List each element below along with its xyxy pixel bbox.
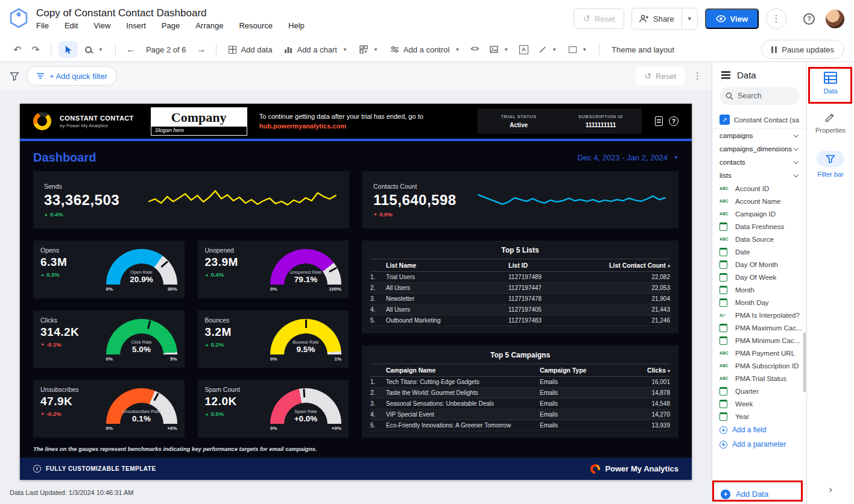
field-row[interactable]: Campaign ID — [712, 207, 806, 220]
trial-link[interactable]: hub.powermyanalytics.com — [259, 122, 346, 130]
data-tab-icon — [824, 72, 837, 84]
tab-filter-bar[interactable]: Filter bar — [817, 151, 844, 178]
field-row[interactable]: Date — [712, 245, 806, 258]
add-control-button[interactable]: Add a control▼ — [385, 40, 465, 58]
gauge-card[interactable]: Spam Count 12.0K 0.5% — [198, 380, 349, 438]
field-type-icon — [720, 387, 732, 395]
field-row[interactable]: PMA Is Interpolated? — [712, 309, 806, 321]
search-box[interactable] — [720, 87, 799, 105]
field-type-icon — [720, 237, 732, 241]
menu-item[interactable]: Edit — [65, 21, 78, 30]
menu-item[interactable]: File — [36, 21, 49, 30]
field-row[interactable]: PMA Minimum Cac... — [712, 334, 806, 347]
field-row[interactable]: PMA Subscription ID — [712, 359, 806, 372]
field-row[interactable]: PMA Maximum Cac... — [712, 321, 806, 334]
select-tool[interactable] — [59, 41, 78, 58]
field-group-row[interactable]: campaigns — [712, 129, 806, 142]
top-lists-table[interactable]: Top 5 Lists List Name List ID List Conta… — [362, 241, 678, 333]
field-type-icon — [720, 222, 732, 231]
field-row[interactable]: Account ID — [712, 182, 806, 195]
field-group-row[interactable]: contacts — [712, 156, 806, 169]
add-quick-filter-button[interactable]: + Add quick filter — [27, 66, 117, 86]
edit-toolbar: ↶ ↷ ▼ ← Page 2 of 6 → Add data Add a cha… — [0, 37, 854, 62]
community-visualizations-button[interactable]: ▼ — [355, 40, 383, 58]
field-row[interactable]: Day Of Month — [712, 258, 806, 271]
help-icon[interactable]: ? — [803, 13, 815, 25]
field-row[interactable]: Month Day — [712, 296, 806, 309]
field-group-row[interactable]: lists — [712, 169, 806, 182]
field-row[interactable]: Quarter — [712, 385, 806, 397]
reset-button[interactable]: ↺ Reset — [574, 8, 624, 29]
field-row[interactable]: Account Name — [712, 195, 806, 207]
add-chart-button[interactable]: Add a chart▼ — [279, 40, 352, 58]
filter-reset-button[interactable]: ↺ Reset — [636, 66, 685, 86]
filter-more-icon[interactable]: ⋮ — [693, 71, 702, 81]
gauge-max: +0% — [167, 426, 177, 431]
field-row[interactable]: PMA Payment URL — [712, 347, 806, 359]
dashboard-help-icon[interactable]: ? — [669, 116, 678, 126]
image-tool[interactable]: ▼ — [485, 40, 513, 58]
dashboard-header[interactable]: CONSTANT CONTACT by Power My Analytics C… — [20, 104, 692, 139]
field-row[interactable]: Data Freshness — [712, 220, 806, 233]
data-source-row[interactable]: ↗ Constant Contact (sa... — [712, 111, 806, 129]
looker-studio-logo[interactable] — [8, 7, 29, 30]
menu-item[interactable]: View — [93, 21, 110, 30]
avatar[interactable] — [826, 10, 844, 28]
menu-item[interactable]: Resource — [239, 21, 273, 30]
search-input[interactable] — [738, 92, 792, 100]
column-header-sorted[interactable]: List Contact Count — [599, 262, 670, 269]
scorecard-card[interactable]: Contacts Count 115,640,598 0.0% — [362, 171, 678, 228]
undo-icon[interactable]: ↶ — [10, 41, 25, 58]
share-dropdown[interactable]: ▼ — [682, 8, 697, 29]
gauge-card[interactable]: Opens 6.3M 0.3% — [33, 241, 185, 298]
gauge-card[interactable]: Unopened 23.9M 0.4% — [198, 241, 349, 298]
field-row[interactable]: Data Source — [712, 233, 806, 245]
embed-icon[interactable]: <> — [467, 41, 482, 58]
field-row[interactable]: Day Of Week — [712, 271, 806, 283]
menu-item[interactable]: Arrange — [195, 21, 223, 30]
field-row[interactable]: PMA Trial Status — [712, 372, 806, 385]
add-data-button[interactable]: Add data — [224, 40, 277, 58]
dashboard-title[interactable]: Dashboard — [33, 151, 96, 165]
document-icon[interactable] — [655, 116, 663, 126]
filter-icon[interactable] — [10, 72, 19, 81]
page-back-icon[interactable]: ← — [123, 41, 139, 58]
tab-data[interactable]: Data — [823, 72, 837, 95]
gauge-card[interactable]: Clicks 314.2K -0.1% — [33, 310, 185, 368]
scrollbar-thumb[interactable] — [803, 332, 806, 392]
redo-icon[interactable]: ↷ — [28, 41, 43, 58]
menu-item[interactable]: Page — [162, 21, 180, 30]
document-title[interactable]: Copy of Constant Contact Dashboard — [36, 7, 305, 19]
pause-updates-button[interactable]: Pause updates — [761, 40, 844, 59]
gauge-card[interactable]: Bounces 3.2M 0.2% — [198, 310, 349, 368]
field-type-icon — [720, 364, 732, 368]
field-group-row[interactable]: campaigns_dimensions — [712, 142, 806, 156]
top-campaigns-table[interactable]: Top 5 Campaigns Campaign Name Campaign T… — [362, 345, 678, 438]
add-data-button-bottom[interactable]: + Add Data — [712, 484, 806, 504]
shape-tool[interactable]: ▼ — [564, 40, 592, 58]
text-tool-icon[interactable]: A — [519, 45, 528, 54]
gauge-card[interactable]: Unsubscribes 47.9K -0.2% — [33, 380, 185, 438]
field-row[interactable]: Week — [712, 397, 806, 410]
collapse-panel-icon[interactable]: › — [829, 484, 832, 496]
more-options-button[interactable]: ⋮ — [766, 8, 786, 29]
line-tool[interactable]: ▼ — [534, 40, 561, 58]
scorecard-card[interactable]: Sends 33,362,503 0.4% — [33, 171, 349, 228]
field-row[interactable]: Year — [712, 410, 806, 423]
add-field-button[interactable]: + Add a field — [712, 423, 806, 437]
add-parameter-button[interactable]: + Add a parameter — [712, 437, 806, 452]
menu-item[interactable]: Insert — [126, 21, 146, 30]
field-row[interactable]: Month — [712, 283, 806, 296]
menu-item[interactable]: Help — [288, 21, 305, 30]
theme-layout-button[interactable]: Theme and layout — [607, 40, 679, 58]
date-range-control[interactable]: Dec 4, 2023 - Jan 2, 2024▼ — [577, 153, 678, 162]
page-forward-icon[interactable]: → — [193, 41, 209, 58]
page-indicator[interactable]: Page 2 of 6 — [141, 40, 191, 58]
tab-properties[interactable]: Properties — [815, 112, 846, 134]
share-button[interactable]: Share — [632, 8, 682, 29]
trial-status-panel: TRIAL STATUS Active SUBSCRIPTION ID 1111… — [478, 109, 642, 134]
column-header-sorted[interactable]: Clicks — [624, 367, 670, 374]
filter-bar: + Add quick filter ↺ Reset ⋮ — [0, 62, 712, 90]
zoom-tool[interactable]: ▼ — [80, 40, 108, 58]
view-button[interactable]: View — [705, 8, 759, 29]
